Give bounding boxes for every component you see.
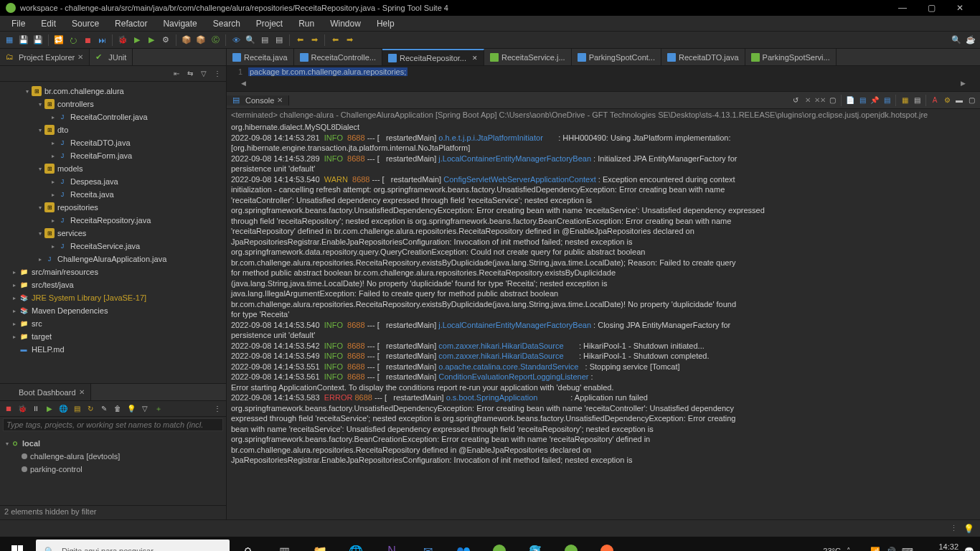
onedrive-icon[interactable]: ☁ (857, 547, 864, 552)
system-tray[interactable]: ☁ 23°C ˄ ☁ 📶 🔊 ⌨ 14:3208/09/2022 💬 (806, 542, 980, 551)
tab-junit[interactable]: ✔ JUnit (90, 49, 133, 65)
quick-access-icon[interactable]: 🔍 (950, 34, 963, 47)
console-output[interactable]: org.hibernate.dialect.MySQL8Dialect2022-… (227, 121, 980, 519)
tree-node[interactable]: ChallengeAluraApplication.java (57, 255, 166, 263)
new-class-icon[interactable]: Ⓒ (209, 34, 222, 47)
tree-node[interactable]: src/main/resources (32, 268, 98, 276)
cortana-icon[interactable]: ⭘ (231, 537, 265, 551)
remove-icon[interactable]: ✕ (802, 95, 814, 106)
tree-node[interactable]: ReceitaDTO.java (70, 138, 131, 147)
skip-icon[interactable]: ⏭ (95, 34, 108, 47)
project-tree[interactable]: ▾⊞br.com.challenge.alura ▾⊞controllers ▸… (0, 82, 226, 383)
edit-icon[interactable]: ✎ (98, 403, 110, 415)
spring-icon[interactable] (482, 537, 517, 551)
close-tab-icon[interactable]: ✕ (77, 53, 83, 61)
back-nav-icon[interactable]: ⬅ (293, 34, 306, 47)
add-icon[interactable]: ＋ (153, 403, 164, 415)
new-icon[interactable]: ▦ (3, 34, 16, 47)
globe-icon[interactable]: 🌐 (57, 403, 69, 415)
boot-tree[interactable]: ▾⭘local challenge-alura [devtools] parki… (0, 434, 226, 505)
tip-bulb-icon[interactable]: 💡 (963, 524, 974, 534)
editor-tab[interactable]: ParkingSpotServi... (745, 49, 837, 65)
filter-icon[interactable]: ▽ (139, 403, 151, 415)
debug-icon[interactable]: 🐞 (116, 34, 129, 47)
view-menu-icon[interactable]: ⋮ (212, 68, 223, 80)
tree-node[interactable]: ReceitaService.java (70, 242, 140, 250)
tree-node[interactable]: ReceitaRepository.java (70, 216, 151, 225)
filter-icon[interactable]: ▽ (198, 68, 209, 80)
code-editor[interactable]: 1package br.com.challenge.alura.reposito… (227, 66, 980, 92)
menu-edit[interactable]: Edit (34, 17, 63, 30)
scroll-right-icon[interactable]: ▶ (961, 80, 966, 87)
external-icon[interactable]: ⚙ (159, 34, 172, 47)
maximize-icon[interactable]: ▢ (966, 95, 977, 106)
editor-tab-active[interactable]: ReceitaRepositor...✕ (382, 49, 484, 65)
menu-source[interactable]: Source (65, 17, 106, 30)
gear-icon[interactable]: ⚙ (941, 95, 953, 106)
tree-node[interactable]: controllers (57, 100, 94, 108)
menu-help[interactable]: Help (369, 17, 402, 30)
onenote-icon[interactable]: N (374, 537, 409, 551)
tree-node[interactable]: repositories (57, 203, 98, 212)
editor-tab[interactable]: ReceitaControlle... (294, 49, 383, 65)
minimize-button[interactable]: — (888, 3, 917, 13)
boot-group-local[interactable]: ▾⭘local (6, 437, 220, 450)
outlook-icon[interactable]: ✉ (410, 537, 445, 551)
tree-node[interactable]: JRE System Library [JavaSE-17] (32, 293, 146, 302)
tree-node[interactable]: ReceitaController.java (70, 113, 148, 121)
run-icon[interactable]: ▶ (131, 34, 143, 47)
menu-run[interactable]: Run (291, 17, 321, 30)
menu-file[interactable]: File (4, 17, 32, 30)
lang-icon[interactable]: ⌨ (902, 547, 913, 552)
tree-node[interactable]: dto (57, 126, 68, 134)
tree-node[interactable]: src/test/java (32, 281, 74, 289)
editor-tab[interactable]: ParkingSpotCont... (572, 49, 661, 65)
link-editor-icon[interactable]: ⇆ (184, 68, 196, 80)
display-icon[interactable]: ▤ (881, 95, 892, 106)
teams-icon[interactable]: 👥 (446, 537, 481, 551)
new-java-icon[interactable]: 📦 (180, 34, 193, 47)
task-icon[interactable]: ▤ (273, 34, 286, 47)
stop-icon[interactable]: ⏹ (81, 34, 94, 47)
menu-search[interactable]: Search (206, 17, 248, 30)
maximize-button[interactable]: ▢ (917, 3, 946, 13)
last-edit-icon[interactable]: ⬅ (329, 34, 341, 47)
start-button[interactable] (0, 537, 34, 551)
boot-app[interactable]: parking-control (6, 463, 220, 476)
tree-node[interactable]: services (57, 229, 86, 237)
save-icon[interactable]: 💾 (17, 34, 30, 47)
taskbar-search[interactable]: 🔍Digite aqui para pesquisar (36, 540, 230, 551)
boot-app[interactable]: challenge-alura [devtools] (6, 450, 220, 463)
close-tab-icon[interactable]: ✕ (79, 388, 85, 396)
save-all-icon[interactable]: 💾 (32, 34, 44, 47)
tree-node[interactable]: Maven Dependencies (32, 306, 108, 315)
clock[interactable]: 14:3208/09/2022 (919, 542, 958, 551)
trash-icon[interactable]: 🗑 (112, 403, 123, 415)
bulb-icon[interactable]: 💡 (126, 403, 137, 415)
boot-search-input[interactable] (3, 418, 223, 431)
spring2-icon[interactable] (554, 537, 588, 551)
redebug-icon[interactable]: 🐞 (17, 403, 28, 415)
fwd-nav-icon[interactable]: ➡ (308, 34, 321, 47)
close-button[interactable]: ✕ (946, 3, 974, 13)
tree-node[interactable]: Receita.java (70, 190, 114, 199)
drag-handle-icon[interactable]: ⋮ (950, 524, 958, 533)
editor-tab[interactable]: Receita.java (227, 49, 294, 65)
remove-all-icon[interactable]: ✕✕ (814, 95, 826, 106)
tree-node[interactable]: target (32, 332, 52, 341)
tab-project-explorer[interactable]: 🗂 Project Explorer ✕ (0, 49, 90, 65)
open-type-icon[interactable]: 👁 (230, 34, 242, 47)
switch-icon[interactable]: 🔁 (52, 34, 65, 47)
minimize-icon[interactable]: ▬ (953, 95, 965, 106)
notifications-icon[interactable]: 💬 (964, 547, 974, 552)
tree-node[interactable]: src (32, 319, 42, 328)
wifi-icon[interactable]: 📶 (870, 547, 880, 552)
taskview-icon[interactable]: ▥ (267, 537, 301, 551)
sound-icon[interactable]: 🔊 (886, 547, 896, 552)
clear-icon[interactable]: ▢ (826, 95, 838, 106)
menu-project[interactable]: Project (249, 17, 290, 30)
pin-icon[interactable]: 📌 (869, 95, 880, 106)
tree-node[interactable]: ReceitaForm.java (70, 151, 132, 160)
editor-tab[interactable]: ReceitaService.j... (484, 49, 572, 65)
next-edit-icon[interactable]: ➡ (343, 34, 356, 47)
